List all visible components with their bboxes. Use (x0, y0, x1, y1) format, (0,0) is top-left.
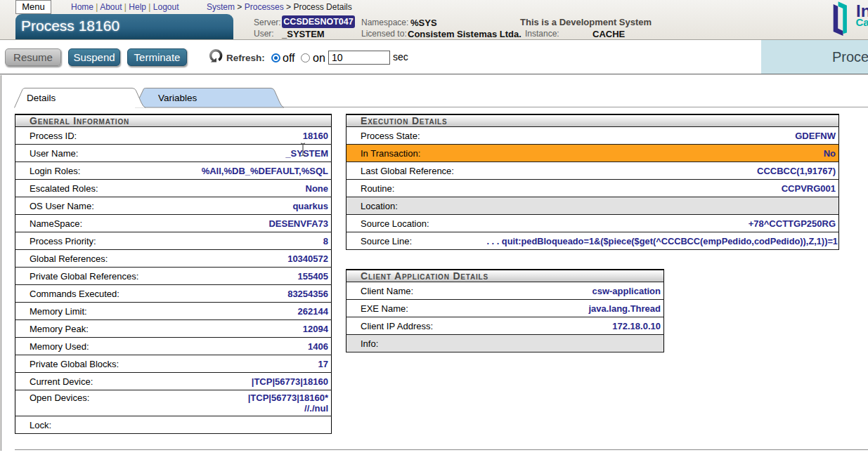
svg-text:Variables: Variables (158, 93, 197, 103)
svg-text:Details: Details (27, 93, 56, 103)
svg-text:Caché: Caché (856, 16, 868, 28)
